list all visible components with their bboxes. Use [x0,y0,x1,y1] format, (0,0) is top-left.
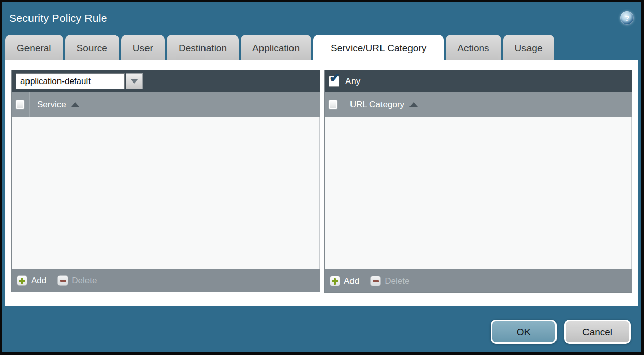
url-category-column-header[interactable]: URL Category [350,100,404,110]
tab-general[interactable]: General [5,35,63,61]
delete-minus-icon [370,276,381,286]
service-type-dropdown-button[interactable] [126,73,143,89]
service-type-dropdown-input[interactable] [16,73,125,89]
sort-ascending-icon[interactable] [409,102,418,107]
service-delete-button[interactable]: Delete [57,275,97,286]
service-add-button[interactable]: Add [17,275,46,286]
service-toolbar [12,70,320,92]
url-category-table-header: URL Category [325,92,632,117]
service-panel: Service Add Delete [11,70,320,292]
service-table-footer: Add Delete [12,269,320,292]
tab-strip: General Source User Destination Applicat… [5,35,554,61]
url-category-panel: ✔ Any URL Category Add Delete [324,70,632,293]
chevron-down-icon [130,79,138,84]
service-column-header[interactable]: Service [37,100,66,110]
sort-ascending-icon[interactable] [71,102,79,107]
tab-service-url-category[interactable]: Service/URL Category [313,35,444,61]
column-divider [29,92,30,117]
any-checkbox-label: Any [345,76,360,87]
service-table-header: Service [12,92,320,117]
url-category-delete-button[interactable]: Delete [370,276,409,286]
add-button-label: Add [31,276,46,286]
service-select-all-checkbox[interactable] [15,100,25,110]
cancel-button[interactable]: Cancel [564,320,631,344]
title-bar: Security Policy Rule ? [2,2,641,35]
any-checkbox[interactable]: ✔ [329,76,339,87]
help-icon[interactable]: ? [620,11,634,25]
tab-application[interactable]: Application [241,35,311,61]
dialog-title: Security Policy Rule [9,12,107,24]
help-icon-glyph: ? [625,14,629,22]
security-policy-rule-dialog: Security Policy Rule ? General Source Us… [2,2,641,352]
tab-destination[interactable]: Destination [167,35,239,61]
delete-button-label: Delete [72,276,97,286]
url-category-add-button[interactable]: Add [330,276,359,286]
tab-content: Service Add Delete ✔ Any [5,60,638,306]
delete-button-label: Delete [385,276,409,286]
delete-minus-icon [57,275,68,286]
url-category-select-all-checkbox[interactable] [328,100,338,110]
add-button-label: Add [344,276,359,286]
service-table-body[interactable] [12,117,320,269]
checkmark-icon: ✔ [329,71,340,85]
url-category-table-footer: Add Delete [325,269,632,292]
ok-button[interactable]: OK [491,320,557,344]
tab-source[interactable]: Source [65,35,119,61]
tab-actions[interactable]: Actions [446,35,501,61]
column-divider [342,92,342,117]
tab-user[interactable]: User [121,35,165,61]
add-plus-icon [330,276,340,286]
add-plus-icon [17,275,27,286]
tab-usage[interactable]: Usage [503,35,554,61]
url-category-toolbar: ✔ Any [325,70,632,92]
url-category-table-body[interactable] [325,117,632,269]
